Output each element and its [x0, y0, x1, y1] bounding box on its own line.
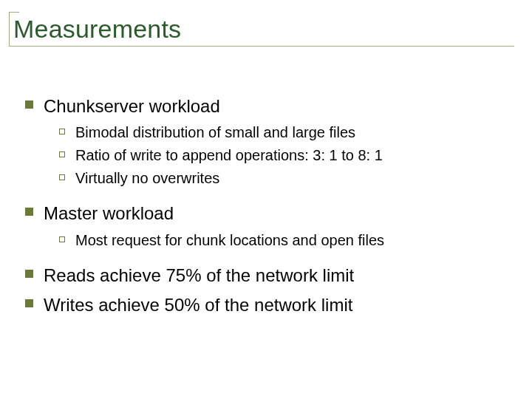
- hollow-square-bullet-icon: [59, 129, 65, 134]
- sub-list-item: Most request for chunk locations and ope…: [59, 231, 510, 250]
- square-bullet-icon: [25, 270, 33, 278]
- title-rule-vertical: [9, 12, 10, 46]
- sub-list-item-label: Virtually no overwrites: [75, 168, 219, 188]
- list-item-label: Writes achieve 50% of the network limit: [44, 293, 352, 317]
- list-item: Writes achieve 50% of the network limit: [25, 293, 510, 317]
- sub-list-item-label: Most request for chunk locations and ope…: [75, 231, 384, 250]
- list-item-label: Master workload: [44, 202, 174, 225]
- hollow-square-bullet-icon: [59, 151, 65, 157]
- title-area: Measurements: [9, 15, 517, 44]
- list-item: Chunkserver workload: [25, 95, 510, 118]
- sub-list-item: Ratio of write to append operations: 3: …: [59, 146, 510, 166]
- hollow-square-bullet-icon: [59, 174, 65, 180]
- slide-title: Measurements: [9, 15, 517, 44]
- slide: Measurements Chunkserver workload Bimoda…: [0, 0, 532, 399]
- sub-list: Bimodal distribution of small and large …: [25, 123, 510, 188]
- list-item: Master workload: [25, 202, 510, 225]
- sub-list-item-label: Ratio of write to append operations: 3: …: [75, 146, 383, 166]
- title-rule-top: [9, 12, 19, 13]
- sub-list: Most request for chunk locations and ope…: [25, 231, 510, 250]
- square-bullet-icon: [25, 100, 33, 109]
- sub-list-item-label: Bimodal distribution of small and large …: [75, 123, 355, 143]
- sub-list-item: Virtually no overwrites: [59, 168, 510, 188]
- list-item: Reads achieve 75% of the network limit: [25, 264, 510, 287]
- square-bullet-icon: [25, 208, 33, 216]
- square-bullet-icon: [25, 299, 33, 307]
- slide-body: Chunkserver workload Bimodal distributio…: [25, 89, 510, 322]
- list-item-label: Reads achieve 75% of the network limit: [44, 264, 354, 287]
- list-item-label: Chunkserver workload: [44, 95, 220, 118]
- hollow-square-bullet-icon: [59, 236, 65, 242]
- sub-list-item: Bimodal distribution of small and large …: [59, 123, 510, 143]
- title-rule-bottom: [9, 46, 514, 47]
